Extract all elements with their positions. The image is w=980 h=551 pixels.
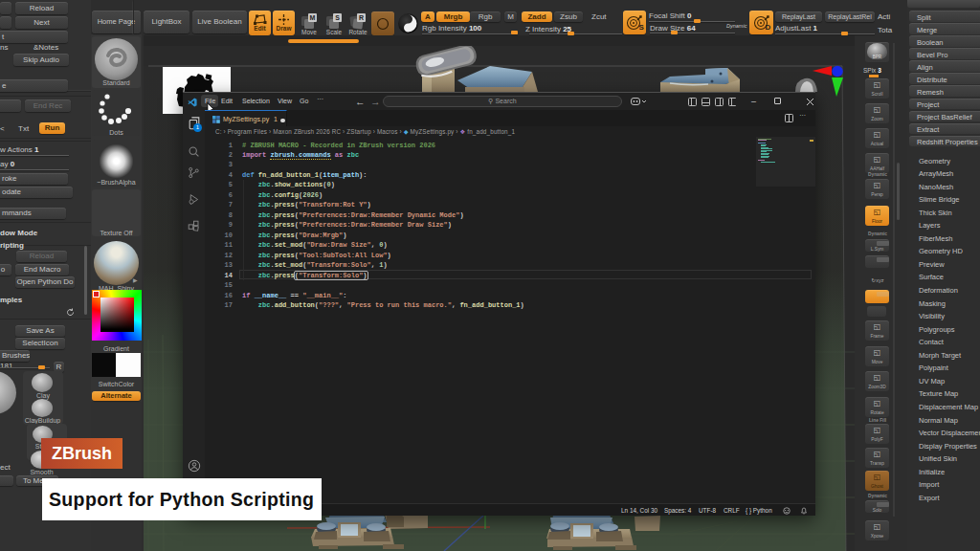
svg-text:Move: Move <box>301 29 317 35</box>
svg-text:Scale: Scale <box>326 29 343 35</box>
svg-text:R: R <box>359 14 364 21</box>
svg-text:D: D <box>765 23 770 32</box>
svg-text:Rotate: Rotate <box>348 29 368 35</box>
svg-text:S: S <box>335 14 340 21</box>
svg-text:S: S <box>639 23 645 32</box>
svg-text:M: M <box>310 14 316 21</box>
